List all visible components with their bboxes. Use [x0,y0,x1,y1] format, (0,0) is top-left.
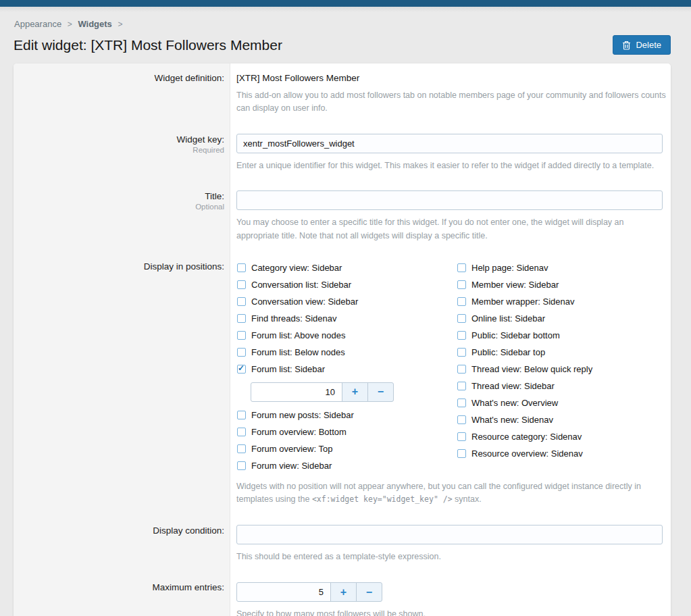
checkbox-icon[interactable] [457,263,466,272]
breadcrumb-item-widgets[interactable]: Widgets [78,19,111,29]
checkbox-icon[interactable] [457,348,466,357]
checkbox-icon[interactable] [237,314,246,323]
maximum-entries-input[interactable] [236,582,331,602]
position-item-member-view-sidebar[interactable]: Member view: Sidebar [457,280,671,290]
display-condition-label: Display condition: [14,516,230,573]
checkbox-icon[interactable] [457,280,466,289]
position-item-help-page-sidenav[interactable]: Help page: Sidenav [457,263,671,273]
edit-widget-form: Widget definition: [XTR] Most Followers … [14,63,671,616]
position-item-forum-view-sidebar[interactable]: Forum view: Sidebar [237,461,457,471]
checkbox-icon[interactable] [457,415,466,424]
position-item-thread-view-sidebar[interactable]: Thread view: Sidebar [457,381,671,391]
checkbox-icon[interactable] [237,263,246,272]
row-maximum-entries: Maximum entries: + − Specify to how many… [14,573,671,616]
position-item-conversation-view-sidebar[interactable]: Conversation view: Sidebar [237,297,457,307]
checkbox-icon[interactable] [457,365,466,374]
checkbox-icon[interactable] [457,297,466,306]
checkbox-icon[interactable] [237,411,246,419]
row-display-positions: Display in positions: Category view: Sid… [14,252,671,516]
breadcrumb-separator-icon: > [68,20,72,29]
title-label: Title: [20,191,224,201]
breadcrumb-item-appearance[interactable]: Appearance [14,19,61,29]
position-item-find-threads-sidenav[interactable]: Find threads: Sidenav [237,313,457,324]
maximum-entries-explain: Specify to how many most followers will … [236,608,663,616]
checkbox-icon[interactable] [457,382,466,390]
position-item-resource-overview-sidenav[interactable]: Resource overview: Sidenav [457,448,671,459]
checkbox-icon[interactable] [237,365,246,374]
checkbox-icon[interactable] [237,348,246,357]
breadcrumb-separator-icon: > [118,20,122,29]
decrement-button[interactable]: − [356,582,382,602]
position-item-forum-list-above-nodes[interactable]: Forum list: Above nodes [237,330,457,340]
position-item-whats-new-overview[interactable]: What's new: Overview [457,398,671,408]
forum-list-sidebar-count-stepper: + − [251,382,394,402]
page-header: Edit widget: [XTR] Most Followers Member… [0,29,691,55]
forum-list-sidebar-count-input[interactable] [251,382,342,402]
top-shadow [0,7,691,12]
widget-key-label: Widget key: [20,134,224,145]
widget-key-explain: Enter a unique identifier for this widge… [236,159,663,172]
checkbox-icon[interactable] [457,314,466,323]
increment-button[interactable]: + [330,582,357,602]
title-explain: You may choose to enter a specific title… [236,216,665,242]
checkbox-icon[interactable] [457,449,466,458]
position-item-public-sidebar-bottom[interactable]: Public: Sidebar bottom [457,330,671,340]
position-item-resource-category-sidenav[interactable]: Resource category: Sidenav [457,432,671,442]
row-widget-key: Widget key: Required Enter a unique iden… [14,125,671,182]
row-display-condition: Display condition: This should be entere… [14,516,671,573]
checkbox-icon[interactable] [457,331,466,340]
display-condition-input[interactable] [236,525,663,544]
position-item-forum-overview-top[interactable]: Forum overview: Top [237,444,457,454]
checkbox-icon[interactable] [237,297,246,306]
title-optional-hint: Optional [20,203,224,211]
trash-icon [622,41,631,50]
maximum-entries-stepper: + − [236,582,382,602]
display-condition-explain: This should be entered as a template-sty… [236,550,663,563]
widget-definition-value: [XTR] Most Followers Member [236,72,669,83]
checkbox-icon[interactable] [457,432,466,441]
position-item-forum-overview-bottom[interactable]: Forum overview: Bottom [237,427,457,437]
title-input[interactable] [236,190,663,210]
checkbox-icon[interactable] [237,461,246,470]
delete-button-label: Delete [636,40,661,50]
decrement-button[interactable]: − [367,382,394,402]
positions-column-right: Help page: Sidenav Member view: Sidebar … [457,261,671,478]
checkbox-icon[interactable] [237,428,246,436]
breadcrumb: Appearance > Widgets > [0,12,691,29]
position-item-thread-view-below-quick-reply[interactable]: Thread view: Below quick reply [457,364,671,374]
checkbox-icon[interactable] [457,399,466,407]
row-widget-definition: Widget definition: [XTR] Most Followers … [14,63,671,125]
maximum-entries-label: Maximum entries: [14,573,230,616]
widget-definition-label: Widget definition: [14,63,230,125]
position-item-member-wrapper-sidenav[interactable]: Member wrapper: Sidenav [457,297,671,307]
widget-key-required-hint: Required [20,146,224,154]
position-item-forum-list-sidebar[interactable]: Forum list: Sidebar [237,364,457,374]
positions-explain: Widgets with no position will not appear… [236,480,669,507]
checkbox-icon[interactable] [237,444,246,453]
increment-button[interactable]: + [342,382,368,402]
position-item-category-view-sidebar[interactable]: Category view: Sidebar [237,263,457,273]
checkbox-icon[interactable] [237,280,246,289]
delete-button[interactable]: Delete [613,35,671,55]
widget-key-input[interactable] [236,134,663,153]
position-item-conversation-list-sidebar[interactable]: Conversation list: Sidebar [237,280,457,290]
page-title: Edit widget: [XTR] Most Followers Member [14,37,282,53]
display-positions-label: Display in positions: [14,252,230,516]
position-item-forum-list-below-nodes[interactable]: Forum list: Below nodes [237,347,457,357]
top-accent-bar [0,0,691,7]
position-item-online-list-sidebar[interactable]: Online list: Sidebar [457,313,671,324]
checkbox-icon[interactable] [237,331,246,340]
position-item-public-sidebar-top[interactable]: Public: Sidebar top [457,347,671,357]
widget-syntax-code: <xf:widget key="widget_key" /> [312,494,453,504]
position-item-forum-new-posts-sidebar[interactable]: Forum new posts: Sidebar [237,410,457,420]
widget-definition-description: This add-on allow you to add most follow… [236,89,669,116]
positions-column-left: Category view: Sidebar Conversation list… [236,261,457,478]
position-item-whats-new-sidenav[interactable]: What's new: Sidenav [457,415,671,425]
row-title: Title: Optional You may choose to enter … [14,182,671,252]
